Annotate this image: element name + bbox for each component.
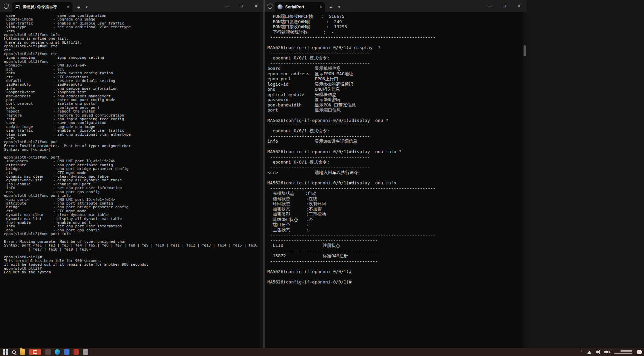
terminal-line: epon(slot0-olt2)#onu port info <box>4 232 263 236</box>
right-tab-close-icon[interactable]: × <box>319 5 322 9</box>
right-maximize-button[interactable]: □ <box>497 0 512 12</box>
terminal-line: <onuid> - ONU ID,<1~64> <box>4 63 263 67</box>
terminal-line: PON端口发送OAM帧 : 249 <box>267 19 527 25</box>
right-terminal-output[interactable]: PON端口接收MPCP帧 : 516675 PON端口发送OAM帧 : 249 … <box>264 12 527 348</box>
left-new-tab-button[interactable]: + <box>77 5 80 10</box>
app-icon-gray[interactable] <box>83 349 88 355</box>
left-tab-close-icon[interactable]: × <box>67 5 69 9</box>
right-tab-dropdown-icon[interactable]: ∨ <box>338 5 340 9</box>
terminal-line: onu ONU相关信息 <box>267 87 527 92</box>
app-icon-dark[interactable] <box>45 349 51 355</box>
right-close-button[interactable]: × <box>512 0 527 12</box>
right-tab-serialport[interactable]: SerialPort × <box>275 2 325 12</box>
left-minimize-button[interactable]: — <box>219 0 234 12</box>
terminal-line: <cr> 请输入回车以执行命令 <box>267 170 527 175</box>
hidden-icons-chevron-icon[interactable]: ^ <box>581 350 582 354</box>
terminal-line: MA5626(config-if-eponnni-0/0/1)# <box>267 279 527 285</box>
terminal-line: 信号状态 :在线 <box>267 196 527 202</box>
terminal-line: MA5626(config-if-eponnni-0/0/1)#display … <box>267 149 527 154</box>
left-scrollbar[interactable] <box>260 12 263 348</box>
left-titlebar[interactable]: 管理员: 命令提示符 × + ∨ — □ × <box>0 0 263 12</box>
left-terminal-window: 管理员: 命令提示符 × + ∨ — □ × save - save onu c… <box>0 0 264 348</box>
terminal-line: Syntax: onu [<onuid>] <box>4 148 263 151</box>
right-scrollbar[interactable] <box>523 12 527 348</box>
terminal-line: reboot - reboot the system <box>4 109 263 113</box>
active-terminal-app-button[interactable] <box>29 349 41 355</box>
terminal-line: -------------------------------------- <box>267 134 527 139</box>
left-tab-dropdown-icon[interactable]: ∨ <box>86 5 88 9</box>
search-icon[interactable] <box>12 350 16 354</box>
desktop-background <box>527 0 644 348</box>
terminal-line <box>267 144 527 149</box>
terminal-line: -------------------------------------- <box>267 123 527 129</box>
terminal-line: 流氓ONT状态 :否 <box>267 217 527 222</box>
terminal-line <box>267 40 527 45</box>
terminal-line: pon-bandwidth 显示PON 口带宽信息 <box>267 102 527 108</box>
terminal-line: password 显示ONU密码 <box>267 97 527 102</box>
terminal-line: optical-module 光模块信息 <box>267 92 527 97</box>
file-explorer-icon[interactable] <box>20 349 25 355</box>
terminal-line: epon(slot0-olt2)#onu port info <box>4 194 263 197</box>
terminal-line: -------------------------------------- <box>267 154 527 160</box>
terminal-line: info - set onu port user information <box>4 186 263 190</box>
terminal-line: MA5626(config-if-eponnni-0/0/1)#display … <box>267 180 527 186</box>
terminal-line: ----------------------------------------… <box>267 259 527 264</box>
volume-icon[interactable] <box>596 351 598 353</box>
terminal-line: | fe17 | fe18 | fe19 | fe20> <box>4 248 263 251</box>
terminal-line: Log out by the system <box>4 270 263 274</box>
admin-shield-icon <box>3 3 9 9</box>
edge-browser-icon[interactable] <box>55 349 60 355</box>
right-minimize-button[interactable]: — <box>482 0 497 12</box>
terminal-line: eponnni 0/0/1 模式命令: <box>267 55 527 61</box>
terminal-line <box>267 175 527 181</box>
terminal-line: catv - catv switch configuration <box>4 71 263 75</box>
terminal-line: ----------------------------------------… <box>267 35 527 40</box>
terminal-line <box>4 251 263 255</box>
app-icon-red[interactable] <box>73 349 79 355</box>
left-maximize-button[interactable]: □ <box>234 0 249 12</box>
terminal-line: 加密类型 :三重搅动 <box>267 212 527 217</box>
notification-badge[interactable] <box>637 350 642 354</box>
terminal-line: It will be logged out if it remains idle… <box>4 263 263 266</box>
left-close-button[interactable]: × <box>249 0 263 12</box>
terminal-line: 光模块状态 :自动 <box>267 191 527 196</box>
terminal-line: vlan-type - set onu additional vlan ethe… <box>4 25 263 29</box>
terminal-line: bridge - onu port bridge parameter confi… <box>4 167 263 171</box>
terminal-line: -------------------------------------- <box>267 50 527 56</box>
left-terminal-output[interactable]: save - save onu configuration update-ima… <box>0 12 263 348</box>
terminal-line: LLID 注册状态 <box>267 243 527 248</box>
terminal-line: ----------------------------------------… <box>267 186 527 191</box>
terminal-line <box>267 274 527 279</box>
terminal-line: ----------------------------------------… <box>267 238 527 243</box>
left-tab-cmd[interactable]: 管理员: 命令提示符 × <box>12 2 72 12</box>
cmd-icon <box>15 5 20 9</box>
terminal-line: user-traffic - enable or disable user tr… <box>4 129 263 132</box>
start-icon[interactable] <box>3 349 8 355</box>
terminal-line: 端口角色 :- <box>267 222 527 227</box>
right-terminal-window: SerialPort × + ∨ — □ × PON端口接收MPCP帧 : 51… <box>264 0 527 348</box>
terminal-line: MA5626(config-if-eponnni-0/0/1)# <box>267 269 527 274</box>
app-icon-blue[interactable] <box>64 349 69 355</box>
battery-icon[interactable] <box>604 351 610 353</box>
terminal-line <box>267 113 527 118</box>
terminal-line: 主备状态 :- <box>267 227 527 233</box>
right-scrollbar-thumb[interactable] <box>524 45 526 56</box>
terminal-line: PON端口接收OAM帧 : 19293 <box>267 24 527 30</box>
admin-shield-icon-right <box>266 3 273 9</box>
terminal-line: iadParamCfg - iadParamCfg <box>4 83 263 86</box>
terminal-line: bridge - onu port bridge parameter confi… <box>4 205 263 209</box>
right-new-tab-button[interactable]: + <box>330 5 333 10</box>
terminal-line: eponnni 0/0/1 模式命令: <box>267 128 527 134</box>
right-titlebar[interactable]: SerialPort × + ∨ — □ × <box>264 0 527 12</box>
terminal-line: epon-mac-address 显示EPON MAC地址 <box>267 71 527 77</box>
network-icon[interactable] <box>587 350 592 354</box>
terminal-line: 下行错误帧统计数 : - <box>267 30 527 35</box>
terminal-line: ----------------------------------------… <box>267 232 527 238</box>
terminal-line: port 显示端口信息 <box>267 107 527 113</box>
terminal-line: epon(slot0-olt2)#onu ctc <box>4 44 263 48</box>
taskbar-app-icons <box>3 349 88 355</box>
clock[interactable] <box>614 350 632 354</box>
right-tab-title: SerialPort <box>285 5 304 9</box>
serialport-icon <box>278 4 283 9</box>
terminal-line: dynamic-mac-clear - clear dynamic mac ta… <box>4 213 263 217</box>
